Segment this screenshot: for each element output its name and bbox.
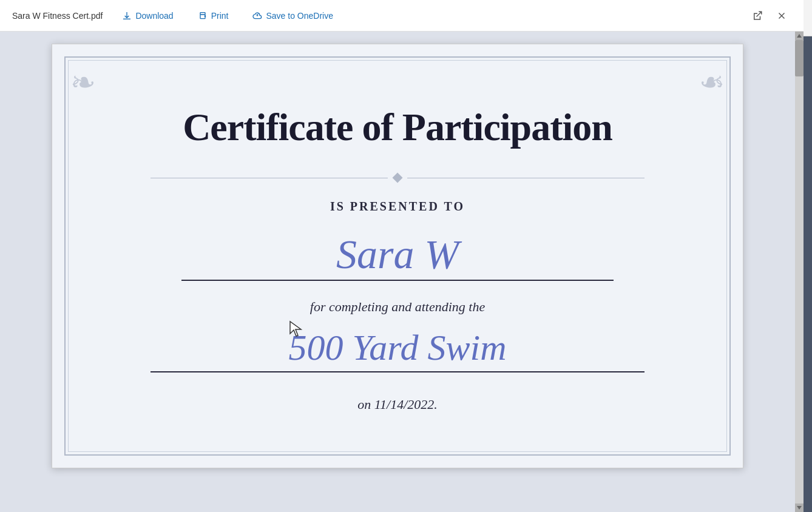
modal-toolbar: Sara W Fitness Cert.pdf Download Print — [0, 0, 804, 32]
cert-divider-line-right — [407, 178, 645, 178]
svg-text:❧: ❧ — [699, 66, 725, 99]
cert-divider-line-left — [151, 178, 388, 178]
close-button[interactable] — [772, 6, 791, 25]
certificate-date: on 11/14/2022. — [357, 397, 438, 413]
print-label: Print — [211, 11, 229, 21]
recipient-name-underline — [181, 280, 614, 281]
svg-marker-15 — [797, 506, 802, 510]
scroll-down-button[interactable] — [795, 504, 804, 512]
presented-to-label: IS PRESENTED TO — [330, 200, 465, 214]
corner-ornament-top-left: ❧ — [70, 62, 113, 103]
event-name-underline — [151, 371, 645, 372]
pdf-filename: Sara W Fitness Cert.pdf — [12, 11, 103, 21]
cert-divider-diamond — [393, 173, 403, 183]
pdf-viewer-modal: Sara W Fitness Cert.pdf Download Print — [0, 0, 804, 512]
recipient-name: Sara W — [336, 232, 459, 277]
open-in-new-tab-button[interactable] — [748, 6, 767, 25]
for-completing-text: for completing and attending the — [310, 299, 485, 315]
scroll-up-button[interactable] — [795, 32, 804, 40]
svg-point-7 — [205, 16, 205, 16]
modal-toolbar-right — [748, 6, 791, 25]
pdf-content-area: ❧ ❧ Certificate of Participation IS PRES… — [0, 32, 795, 512]
event-name: 500 Yard Swim — [288, 327, 506, 369]
print-button[interactable]: Print — [193, 8, 234, 23]
save-to-onedrive-button[interactable]: Save to OneDrive — [248, 8, 338, 23]
svg-line-8 — [757, 12, 762, 16]
scroll-thumb[interactable] — [795, 40, 804, 76]
svg-text:❧: ❧ — [70, 66, 96, 99]
event-name-container: 500 Yard Swim — [151, 327, 645, 372]
scrollbar[interactable] — [795, 32, 804, 512]
certificate-page: ❧ ❧ Certificate of Participation IS PRES… — [52, 44, 743, 468]
corner-ornament-top-right: ❧ — [682, 62, 725, 103]
svg-rect-6 — [200, 15, 205, 19]
save-to-onedrive-label: Save to OneDrive — [266, 11, 333, 21]
certificate-title: Certificate of Participation — [183, 105, 612, 150]
svg-marker-14 — [797, 34, 802, 38]
download-button[interactable]: Download — [117, 8, 178, 23]
recipient-name-container: Sara W — [181, 232, 614, 281]
cert-divider — [151, 174, 645, 181]
print-icon — [198, 11, 208, 21]
download-icon — [122, 11, 132, 21]
download-label: Download — [135, 11, 173, 21]
onedrive-icon — [252, 11, 262, 21]
